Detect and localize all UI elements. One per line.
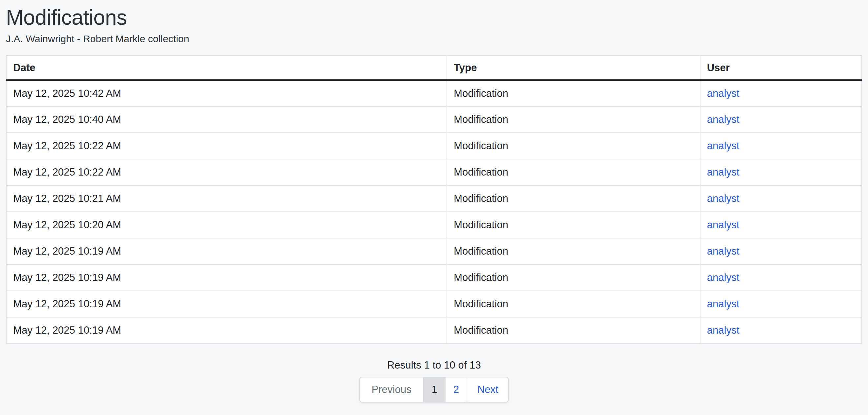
page-subtitle: J.A. Wainwright - Robert Markle collecti… — [6, 33, 862, 45]
table-row: May 12, 2025 10:22 AM Modification analy… — [6, 159, 862, 185]
table-row: May 12, 2025 10:19 AM Modification analy… — [6, 317, 862, 344]
date-cell: May 12, 2025 10:40 AM — [6, 106, 447, 133]
user-cell: analyst — [700, 238, 862, 265]
user-link[interactable]: analyst — [707, 298, 739, 310]
user-cell: analyst — [700, 106, 862, 133]
type-cell: Modification — [447, 265, 700, 291]
type-cell: Modification — [447, 159, 700, 185]
table-row: May 12, 2025 10:19 AM Modification analy… — [6, 291, 862, 317]
date-cell: May 12, 2025 10:42 AM — [6, 80, 447, 106]
type-cell: Modification — [447, 80, 700, 106]
modifications-page: Modifications J.A. Wainwright - Robert M… — [0, 6, 868, 403]
type-cell: Modification — [447, 291, 700, 317]
table-row: May 12, 2025 10:19 AM Modification analy… — [6, 265, 862, 291]
page-2-button[interactable]: 2 — [445, 377, 467, 403]
user-cell: analyst — [700, 185, 862, 212]
table-header-row: Date Type User — [6, 56, 862, 80]
page-title: Modifications — [6, 6, 862, 29]
type-cell: Modification — [447, 106, 700, 133]
user-link[interactable]: analyst — [707, 88, 739, 99]
next-button[interactable]: Next — [467, 377, 509, 403]
table-row: May 12, 2025 10:42 AM Modification analy… — [6, 80, 862, 106]
column-header-date: Date — [6, 56, 447, 80]
date-cell: May 12, 2025 10:20 AM — [6, 212, 447, 238]
table-row: May 12, 2025 10:21 AM Modification analy… — [6, 185, 862, 212]
page-1-button[interactable]: 1 — [423, 377, 445, 403]
modifications-table: Date Type User May 12, 2025 10:42 AM Mod… — [6, 55, 862, 344]
type-cell: Modification — [447, 185, 700, 212]
user-cell: analyst — [700, 317, 862, 344]
previous-button[interactable]: Previous — [359, 377, 424, 403]
user-cell: analyst — [700, 291, 862, 317]
date-cell: May 12, 2025 10:19 AM — [6, 291, 447, 317]
user-cell: analyst — [700, 212, 862, 238]
type-cell: Modification — [447, 317, 700, 344]
date-cell: May 12, 2025 10:19 AM — [6, 265, 447, 291]
user-link[interactable]: analyst — [707, 166, 739, 178]
results-summary: Results 1 to 10 of 13 — [6, 359, 862, 372]
date-cell: May 12, 2025 10:19 AM — [6, 238, 447, 265]
user-link[interactable]: analyst — [707, 114, 739, 125]
user-link[interactable]: analyst — [707, 219, 739, 231]
table-row: May 12, 2025 10:40 AM Modification analy… — [6, 106, 862, 133]
user-link[interactable]: analyst — [707, 140, 739, 151]
user-link[interactable]: analyst — [707, 193, 739, 204]
table-row: May 12, 2025 10:20 AM Modification analy… — [6, 212, 862, 238]
date-cell: May 12, 2025 10:19 AM — [6, 317, 447, 344]
column-header-type: Type — [447, 56, 700, 80]
user-cell: analyst — [700, 159, 862, 185]
table-row: May 12, 2025 10:19 AM Modification analy… — [6, 238, 862, 265]
user-cell: analyst — [700, 80, 862, 106]
type-cell: Modification — [447, 133, 700, 159]
type-cell: Modification — [447, 212, 700, 238]
date-cell: May 12, 2025 10:21 AM — [6, 185, 447, 212]
user-link[interactable]: analyst — [707, 245, 739, 257]
pagination-group: Previous 1 2 Next — [359, 377, 509, 403]
user-cell: analyst — [700, 265, 862, 291]
date-cell: May 12, 2025 10:22 AM — [6, 159, 447, 185]
pagination: Previous 1 2 Next — [6, 377, 862, 403]
date-cell: May 12, 2025 10:22 AM — [6, 133, 447, 159]
column-header-user: User — [700, 56, 862, 80]
user-cell: analyst — [700, 133, 862, 159]
user-link[interactable]: analyst — [707, 272, 739, 283]
type-cell: Modification — [447, 238, 700, 265]
table-row: May 12, 2025 10:22 AM Modification analy… — [6, 133, 862, 159]
user-link[interactable]: analyst — [707, 324, 739, 336]
